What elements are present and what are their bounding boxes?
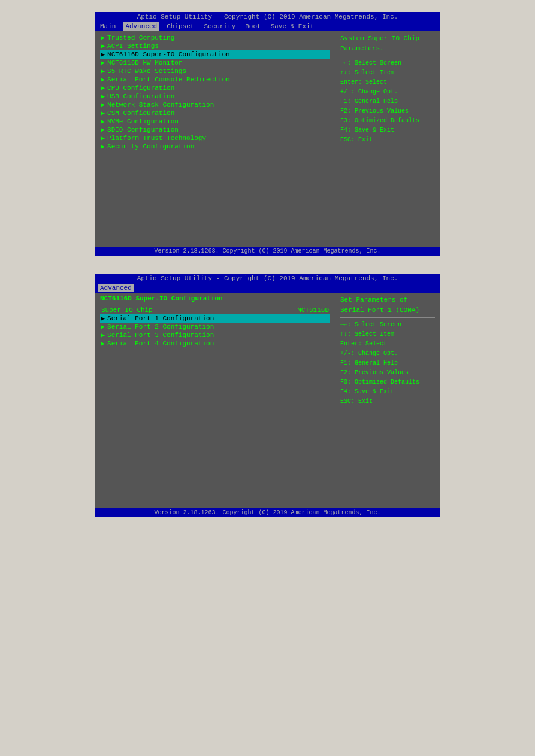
left-item[interactable]: ▶S5 RTC Wake Settings (100, 67, 330, 75)
key-help-item: ESC: Exit (340, 397, 435, 406)
left-item[interactable]: ▶Serial Port 2 Configuration (100, 323, 330, 331)
arrow-icon: ▶ (101, 143, 105, 150)
left-item-label: USB Configuration (107, 93, 174, 100)
static-field-label: Super IO Chip (101, 306, 297, 314)
arrow-icon: ▶ (101, 118, 105, 125)
arrow-icon: ▶ (101, 332, 105, 339)
bios-left-panel-2: NCT6116D Super-IO ConfigurationSuper IO … (95, 293, 335, 508)
arrow-icon: ▶ (101, 126, 105, 133)
left-item[interactable]: ▶CSM Configuration (100, 109, 330, 117)
left-item-label: ACPI Settings (107, 42, 159, 50)
left-item[interactable]: ▶USB Configuration (100, 92, 330, 101)
bios-menubar-1: MainAdvancedChipsetSecurityBootSave & Ex… (95, 22, 440, 31)
bios-title-1: Aptio Setup Utility - Copyright (C) 2019… (95, 12, 440, 22)
bios-right-panel-1: System Super IO Chip Parameters. →←: Sel… (335, 31, 440, 247)
menu-item-save-&-exit[interactable]: Save & Exit (268, 22, 317, 31)
left-item[interactable]: ▶Serial Port Console Redirection (100, 75, 330, 84)
menu-item-advanced[interactable]: Advanced (123, 22, 159, 31)
bios-content-2: NCT6116D Super-IO ConfigurationSuper IO … (95, 293, 440, 508)
left-item[interactable]: ▶Serial Port 1 Configuration (100, 314, 330, 323)
bios-footer-2: Version 2.18.1263. Copyright (C) 2019 Am… (95, 508, 440, 517)
key-help-item: F4: Save & Exit (340, 387, 435, 397)
key-help-item: →←: Select Screen (340, 59, 435, 68)
left-item-label: Serial Port 1 Configuration (107, 315, 214, 322)
arrow-icon: ▶ (101, 51, 105, 58)
left-item-label: Serial Port 3 Configuration (107, 332, 214, 339)
left-item[interactable]: ▶Serial Port 4 Configuration (100, 339, 330, 348)
left-item-label: Platform Trust Technology (107, 135, 206, 142)
left-item[interactable]: ▶ACPI Settings (100, 42, 330, 50)
left-item[interactable]: ▶Network Stack Configuration (100, 101, 330, 109)
left-item[interactable]: ▶SDIO Configuration (100, 126, 330, 134)
arrow-icon: ▶ (101, 315, 105, 322)
arrow-icon: ▶ (101, 42, 105, 50)
left-item-label: SDIO Configuration (107, 126, 179, 133)
left-item[interactable]: ▶NVMe Configuration (100, 117, 330, 126)
arrow-icon: ▶ (101, 59, 105, 66)
key-help-item: F1: General Help (340, 359, 435, 368)
bios-screen-1: Aptio Setup Utility - Copyright (C) 2019… (95, 12, 440, 256)
menu-item-main[interactable]: Main (98, 22, 118, 31)
key-help-item: F1: General Help (340, 97, 435, 107)
key-help-item: Enter: Select (340, 78, 435, 87)
left-item-label: S5 RTC Wake Settings (107, 68, 186, 75)
left-item[interactable]: ▶Trusted Computing (100, 34, 330, 42)
arrow-icon: ▶ (101, 110, 105, 117)
left-item[interactable]: ▶NCT6116D HW Monitor (100, 59, 330, 67)
bios-left-panel-1: ▶Trusted Computing▶ACPI Settings▶NCT6116… (95, 31, 335, 247)
arrow-icon: ▶ (101, 76, 105, 83)
bios-right-panel-2: Set Parameters of Serial Port 1 (COMA) →… (335, 293, 440, 508)
key-help-item: Enter: Select (340, 339, 435, 349)
left-item-label: NCT6116D Super-IO Configuration (107, 51, 230, 58)
help-text-2: Set Parameters of Serial Port 1 (COMA) (340, 295, 435, 315)
key-help-item: F2: Previous Values (340, 368, 435, 378)
key-help-item: F4: Save & Exit (340, 126, 435, 135)
bios-screen-2: Aptio Setup Utility - Copyright (C) 2019… (95, 274, 440, 517)
menu-item-security[interactable]: Security (201, 22, 238, 31)
arrow-icon: ▶ (101, 34, 105, 41)
left-item-label: Trusted Computing (107, 34, 174, 41)
static-field-value: NCT6116D (297, 306, 329, 314)
key-help-2: →←: Select Screen↑↓: Select ItemEnter: S… (340, 320, 435, 406)
page-wrapper: Aptio Setup Utility - Copyright (C) 2019… (0, 0, 535, 756)
key-help-1: →←: Select Screen↑↓: Select ItemEnter: S… (340, 59, 435, 145)
arrow-icon: ▶ (101, 68, 105, 75)
left-item-label: NCT6116D HW Monitor (107, 59, 182, 66)
left-item[interactable]: ▶CPU Configuration (100, 84, 330, 92)
left-item[interactable]: ▶NCT6116D Super-IO Configuration (100, 50, 330, 59)
bios-footer-1: Version 2.18.1263. Copyright (C) 2019 Am… (95, 247, 440, 256)
submenu-title: NCT6116D Super-IO Configuration (100, 295, 330, 302)
left-item[interactable]: ▶Platform Trust Technology (100, 134, 330, 142)
left-item[interactable]: ▶Security Configuration (100, 142, 330, 151)
left-item-label: CPU Configuration (107, 84, 174, 92)
left-item-label: Network Stack Configuration (107, 101, 214, 108)
left-item-label: Serial Port 4 Configuration (107, 340, 214, 347)
key-help-item: ↑↓: Select Item (340, 68, 435, 78)
key-help-item: ↑↓: Select Item (340, 330, 435, 339)
help-text-1: System Super IO Chip Parameters. (340, 34, 435, 53)
bios-content-1: ▶Trusted Computing▶ACPI Settings▶NCT6116… (95, 31, 440, 247)
arrow-icon: ▶ (101, 93, 105, 100)
left-item-label: Serial Port Console Redirection (107, 76, 230, 83)
key-help-item: F3: Optimized Defaults (340, 378, 435, 387)
arrow-icon: ▶ (101, 135, 105, 142)
key-help-item: +/-: Change Opt. (340, 87, 435, 97)
menu-item-boot[interactable]: Boot (243, 22, 263, 31)
static-field: Super IO ChipNCT6116D (100, 306, 330, 314)
key-help-item: ESC: Exit (340, 135, 435, 145)
left-item-label: CSM Configuration (107, 110, 174, 117)
key-help-item: +/-: Change Opt. (340, 349, 435, 359)
left-item-label: Security Configuration (107, 143, 194, 150)
bios-menubar-2: Advanced (95, 283, 440, 293)
menu-item-advanced[interactable]: Advanced (98, 284, 134, 292)
key-help-item: F2: Previous Values (340, 107, 435, 116)
arrow-icon: ▶ (101, 101, 105, 108)
menu-item-chipset[interactable]: Chipset (164, 22, 197, 31)
key-help-item: →←: Select Screen (340, 320, 435, 330)
arrow-icon: ▶ (101, 84, 105, 92)
arrow-icon: ▶ (101, 340, 105, 347)
left-item-label: Serial Port 2 Configuration (107, 323, 214, 330)
left-item[interactable]: ▶Serial Port 3 Configuration (100, 331, 330, 339)
key-help-item: F3: Optimized Defaults (340, 116, 435, 126)
left-item-label: NVMe Configuration (107, 118, 179, 125)
